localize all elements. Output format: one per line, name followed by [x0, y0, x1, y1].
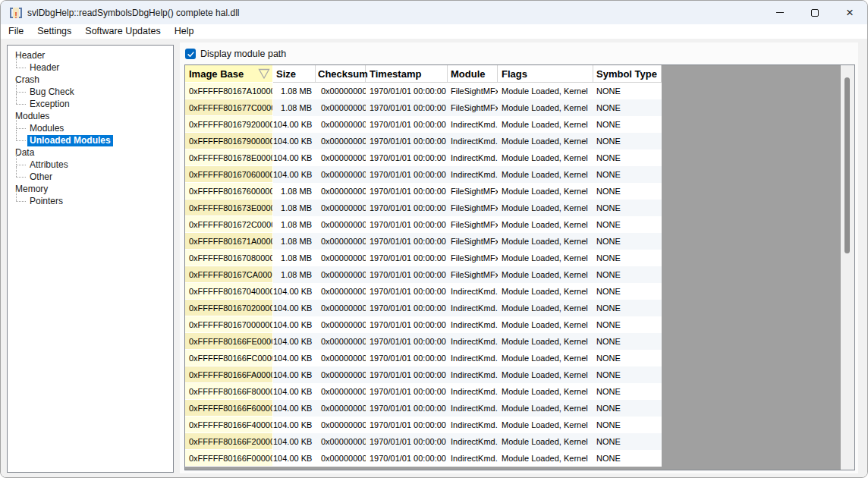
cell-timestamp: 1970/01/01 00:00:00: [366, 183, 448, 200]
tree-item-label: Header: [13, 50, 47, 61]
cell-timestamp: 1970/01/01 00:00:00: [366, 266, 448, 283]
tree-item-label: Exception: [27, 99, 72, 110]
table-row[interactable]: 0xFFFFF80166F60000104.00 KB0x00000000197…: [185, 400, 662, 417]
cell-timestamp: 1970/01/01 00:00:00: [366, 400, 448, 417]
table-row[interactable]: 0xFFFFF80166FC0000104.00 KB0x00000000197…: [185, 350, 662, 366]
table-row[interactable]: 0xFFFFF80167CA00001.08 MB0x000000001970/…: [185, 266, 662, 283]
column-header-timestamp[interactable]: Timestamp: [366, 65, 448, 83]
cell-image_base: 0xFFFFF80166F00000: [185, 450, 273, 467]
column-header-flags[interactable]: Flags: [498, 65, 593, 83]
table-row[interactable]: 0xFFFFF80166F80000104.00 KB0x00000000197…: [185, 383, 662, 400]
column-header-size[interactable]: Size: [273, 65, 316, 83]
tree-item-label: Bug Check: [27, 86, 77, 98]
column-header-module[interactable]: Module: [448, 65, 498, 83]
menu-item-settings[interactable]: Settings: [30, 24, 78, 39]
cell-image_base: 0xFFFFF80167000000: [185, 316, 273, 333]
table-row[interactable]: 0xFFFFF801673E00001.08 MB0x000000001970/…: [185, 200, 662, 216]
checkmark-icon: [187, 50, 195, 58]
cell-flags: Module Loaded, Kernel: [498, 417, 593, 433]
tree-item-other-child[interactable]: Other: [13, 171, 173, 183]
cell-module: FileSightMFx: [448, 99, 498, 116]
cell-flags: Module Loaded, Kernel: [498, 450, 593, 467]
menu-item-file[interactable]: File: [2, 24, 30, 39]
minimize-icon: [776, 12, 784, 13]
column-header-checksum[interactable]: Checksum: [316, 65, 366, 83]
table-row[interactable]: 0xFFFFF80166F20000104.00 KB0x00000000197…: [185, 433, 662, 450]
cell-size: 1.08 MB: [273, 200, 316, 216]
cell-timestamp: 1970/01/01 00:00:00: [366, 166, 448, 183]
table-row[interactable]: 0xFFFFF80166FE0000104.00 KB0x00000000197…: [185, 333, 662, 350]
table-row[interactable]: 0xFFFFF801671A00001.08 MB0x000000001970/…: [185, 233, 662, 250]
table-row[interactable]: 0xFFFFF80167040000104.00 KB0x00000000197…: [185, 283, 662, 300]
close-button[interactable]: [832, 1, 867, 24]
display-module-path-option[interactable]: Display module path: [185, 48, 286, 60]
table-row[interactable]: 0xFFFFF80167020000104.00 KB0x00000000197…: [185, 300, 662, 316]
table-row[interactable]: 0xFFFFF801672C00001.08 MB0x000000001970/…: [185, 216, 662, 233]
cell-checksum: 0x00000000: [316, 183, 366, 200]
menu-item-help[interactable]: Help: [168, 24, 201, 39]
table-row[interactable]: 0xFFFFF801670800001.08 MB0x000000001970/…: [185, 250, 662, 266]
tree-item-modules[interactable]: Modules: [13, 110, 173, 122]
cell-symbol_type: NONE: [593, 133, 662, 149]
maximize-icon: [811, 9, 819, 17]
tree-item-label: Modules: [13, 111, 52, 122]
cell-image_base: 0xFFFFF80167600000: [185, 183, 273, 200]
vertical-scrollbar[interactable]: [841, 65, 854, 470]
tree-item-pointers-child[interactable]: Pointers: [13, 195, 173, 207]
tree-item-header[interactable]: Header: [13, 49, 173, 61]
tree-item-header-child[interactable]: Header: [13, 61, 173, 74]
cell-symbol_type: NONE: [593, 250, 662, 266]
table-row[interactable]: 0xFFFFF80167000000104.00 KB0x00000000197…: [185, 316, 662, 333]
table-row[interactable]: 0xFFFFF80167A100001.08 MB0x000000001970/…: [185, 83, 662, 99]
table-row[interactable]: 0xFFFFF801677C00001.08 MB0x000000001970/…: [185, 99, 662, 116]
cell-module: FileSightMFx: [448, 266, 498, 283]
table-row[interactable]: 0xFFFFF801678E0000104.00 KB0x00000000197…: [185, 149, 662, 166]
table-row[interactable]: 0xFFFFF80166FA0000104.00 KB0x00000000197…: [185, 366, 662, 383]
cell-image_base: 0xFFFFF801671A0000: [185, 233, 273, 250]
menu-item-software-updates[interactable]: Software Updates: [78, 24, 167, 39]
table-row[interactable]: 0xFFFFF80166F40000104.00 KB0x00000000197…: [185, 417, 662, 433]
tree-item-crash[interactable]: Crash: [13, 74, 173, 86]
tree-connector: [13, 195, 27, 207]
column-header-image-base[interactable]: Image Base: [185, 65, 273, 83]
tree-item-exception-child[interactable]: Exception: [13, 98, 173, 110]
tree-item-data[interactable]: Data: [13, 146, 173, 159]
tree-item-bug-check-child[interactable]: Bug Check: [13, 86, 173, 98]
column-header-symbol-type[interactable]: Symbol Type: [593, 65, 662, 83]
cell-module: IndirectKmd.: [448, 433, 498, 450]
scrollbar-thumb[interactable]: [844, 77, 850, 253]
cell-checksum: 0x00000000: [316, 266, 366, 283]
module-tree: HeaderHeaderCrashBug CheckExceptionModul…: [7, 45, 174, 473]
tree-item-label: Modules: [27, 123, 66, 134]
cell-symbol_type: NONE: [593, 417, 662, 433]
table-row[interactable]: 0xFFFFF80166F00000104.00 KB0x00000000197…: [185, 450, 662, 467]
tree-item-modules-child[interactable]: Modules: [13, 122, 173, 134]
cell-flags: Module Loaded, Kernel: [498, 283, 593, 300]
tree-item-memory[interactable]: Memory: [13, 183, 173, 195]
app-window: svlDbgHelp::readSymbolsDbgHelp() complet…: [0, 0, 868, 478]
cell-image_base: 0xFFFFF80166F80000: [185, 383, 273, 400]
table-row[interactable]: 0xFFFFF801676000001.08 MB0x000000001970/…: [185, 183, 662, 200]
cell-image_base: 0xFFFFF801673E0000: [185, 200, 273, 216]
cell-symbol_type: NONE: [593, 216, 662, 233]
cell-checksum: 0x00000000: [316, 433, 366, 450]
table-row[interactable]: 0xFFFFF80167900000104.00 KB0x00000000197…: [185, 133, 662, 149]
maximize-button[interactable]: [797, 1, 832, 24]
cell-symbol_type: NONE: [593, 266, 662, 283]
display-module-path-checkbox[interactable]: [185, 49, 196, 59]
table-row[interactable]: 0xFFFFF80167060000104.00 KB0x00000000197…: [185, 166, 662, 183]
table-row[interactable]: 0xFFFFF80167920000104.00 KB0x00000000197…: [185, 116, 662, 133]
minimize-button[interactable]: [763, 1, 797, 24]
cell-timestamp: 1970/01/01 00:00:00: [366, 366, 448, 383]
cell-image_base: 0xFFFFF80167A10000: [185, 83, 273, 99]
tree-connector: [13, 98, 27, 110]
tree-item-unloaded-modules-child[interactable]: Unloaded Modules: [13, 134, 173, 146]
tree-item-attributes-child[interactable]: Attributes: [13, 159, 173, 171]
cell-module: IndirectKmd.: [448, 116, 498, 133]
cell-checksum: 0x00000000: [316, 450, 366, 467]
cell-size: 104.00 KB: [273, 283, 316, 300]
tree-item-label: Header: [27, 62, 61, 74]
cell-timestamp: 1970/01/01 00:00:00: [366, 83, 448, 99]
cell-timestamp: 1970/01/01 00:00:00: [366, 99, 448, 116]
cell-checksum: 0x00000000: [316, 233, 366, 250]
